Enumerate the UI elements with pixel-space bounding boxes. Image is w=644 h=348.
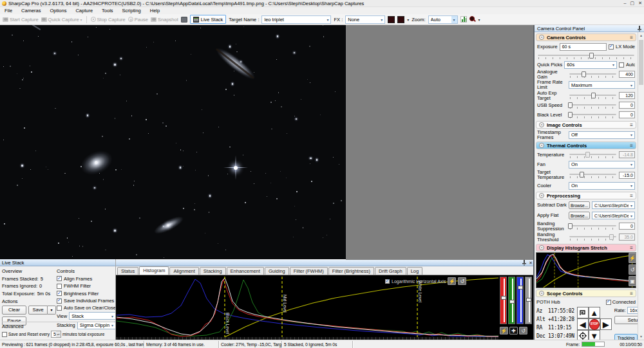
display-icon[interactable] xyxy=(181,17,187,23)
lx-mode-checkbox[interactable] xyxy=(609,44,614,50)
tab-enhancement[interactable]: Enhancement xyxy=(227,267,264,275)
mid-level-line-label[interactable]: Mid Level xyxy=(283,295,287,313)
green-level-slider[interactable] xyxy=(508,277,515,324)
exposure-slider[interactable] xyxy=(537,52,635,60)
subtract-dark-path-dropdown[interactable]: C:\Users\Steph\Desktop\S... xyxy=(592,201,635,209)
fx-combo[interactable]: None xyxy=(345,15,385,24)
live-stack-button[interactable]: Live Stack xyxy=(190,15,227,24)
log-axis-checkbox[interactable] xyxy=(385,279,390,284)
slew-right-button[interactable]: ▶ xyxy=(600,318,612,330)
align-frames-checkbox[interactable] xyxy=(57,276,62,281)
stop-slew-button[interactable]: STOP xyxy=(589,318,600,330)
banding-suppression-value[interactable]: 0 xyxy=(619,223,635,230)
section-preprocessing[interactable]: Preprocessing xyxy=(536,192,636,199)
usb-speed-slider[interactable] xyxy=(569,102,617,109)
menu-cameras[interactable]: Cameras xyxy=(17,7,45,14)
rate-dropdown[interactable]: 16x xyxy=(627,307,638,314)
menu-options[interactable]: Options xyxy=(46,7,71,14)
clear-button[interactable]: Clear xyxy=(2,306,26,315)
menu-help[interactable]: Help xyxy=(146,7,164,14)
tab-alignment[interactable]: Alignment xyxy=(169,267,198,275)
menu-icon[interactable] xyxy=(630,245,633,251)
tab-stacking[interactable]: Stacking xyxy=(200,267,226,275)
cooler-dropdown[interactable]: On xyxy=(569,182,635,190)
grey-level-slider[interactable] xyxy=(525,277,532,324)
histogram-icon[interactable] xyxy=(460,16,467,23)
blue-level-slider[interactable] xyxy=(516,277,524,324)
minimize-icon[interactable]: – xyxy=(624,1,627,6)
colour-swatch-1[interactable] xyxy=(388,16,395,23)
auto-save-checkbox[interactable] xyxy=(57,306,62,311)
section-scope-controls[interactable]: Scope Controls xyxy=(536,289,636,297)
target-temperature-slider[interactable] xyxy=(569,171,617,179)
save-button[interactable]: Save xyxy=(28,306,48,315)
slew-down-button[interactable]: ▼ xyxy=(589,330,600,340)
quick-picks-dropdown[interactable]: 60s xyxy=(564,61,617,69)
apply-flat-browse-button[interactable]: Browse... xyxy=(569,212,590,219)
zoom-combo[interactable]: Auto xyxy=(428,15,458,24)
usb-speed-value[interactable]: 0 xyxy=(619,102,635,109)
center-target-button[interactable] xyxy=(577,330,589,340)
scope-setup-button[interactable]: Setup xyxy=(614,316,638,324)
live-view-image[interactable] xyxy=(0,25,346,259)
auto-stretch-icon[interactable]: ⚡ xyxy=(448,277,456,285)
tab-drift-graph[interactable]: Drift Graph xyxy=(375,267,406,275)
menu-tools[interactable]: Tools xyxy=(97,7,118,14)
reset-stretch-icon[interactable]: ↺ xyxy=(629,264,636,275)
frame-rate-limit-dropdown[interactable]: Maximum xyxy=(569,81,635,89)
pin-icon[interactable] xyxy=(522,260,526,266)
auto-exp-target-slider[interactable] xyxy=(569,92,617,100)
scope-connected-checkbox[interactable] xyxy=(606,300,611,305)
analogue-gain-slider[interactable] xyxy=(569,71,617,78)
menu-icon[interactable] xyxy=(630,122,633,128)
save-reset-minutes-stepper[interactable]: 5 xyxy=(51,331,61,338)
apply-levels-icon[interactable]: ✚ xyxy=(509,327,518,334)
timestamp-frames-dropdown[interactable]: Off xyxy=(569,131,635,139)
auto-exposure-checkbox[interactable] xyxy=(619,62,624,68)
section-display-histogram-stretch[interactable]: Display Histogram Stretch xyxy=(536,244,636,252)
auto-exp-target-value[interactable]: 120 xyxy=(619,92,635,99)
spiral-search-button[interactable] xyxy=(577,307,589,318)
camera-panel-scrollbar[interactable]: ▲ ▼ xyxy=(638,32,644,340)
auto-stretch-icon[interactable]: ⚡ xyxy=(629,253,636,263)
target-temperature-value[interactable]: -15.0 xyxy=(619,172,635,179)
red-level-slider[interactable] xyxy=(500,277,507,324)
save-dropdown-button[interactable]: ▾ xyxy=(48,306,56,315)
scroll-down-icon[interactable]: ▼ xyxy=(638,334,644,338)
tab-log[interactable]: Log xyxy=(407,267,423,275)
banding-suppression-slider[interactable] xyxy=(569,223,617,230)
chevron-down-icon[interactable]: ▾ xyxy=(478,17,480,22)
scroll-up-icon[interactable]: ▲ xyxy=(638,33,644,37)
section-thermal-controls[interactable]: Thermal Controls xyxy=(536,142,636,149)
auto-stretch-icon[interactable]: ⚡ xyxy=(500,327,508,334)
menu-icon[interactable] xyxy=(630,143,633,149)
maximize-icon[interactable]: ▢ xyxy=(630,1,635,6)
reset-stretch-icon[interactable]: ↺ xyxy=(458,277,466,285)
target-name-combo[interactable]: leo triplet xyxy=(261,15,331,24)
menu-icon[interactable] xyxy=(630,291,633,297)
close-icon[interactable]: ✕ xyxy=(638,1,642,6)
tab-filter-brightness[interactable]: Filter (Brightness) xyxy=(328,267,374,275)
pin-icon[interactable] xyxy=(637,26,641,32)
save-stretch-icon[interactable]: ▣ xyxy=(629,276,636,286)
slew-left-button[interactable]: ◀ xyxy=(577,318,589,330)
tab-histogram[interactable]: Histogram xyxy=(139,266,169,275)
analogue-gain-value[interactable]: 400 xyxy=(619,71,635,78)
subtract-dark-browse-button[interactable]: Browse... xyxy=(569,201,590,209)
section-camera-controls[interactable]: Camera Controls xyxy=(536,33,636,41)
magnifier-icon[interactable] xyxy=(469,16,476,23)
black-level-line-label[interactable]: Black Level xyxy=(225,313,230,334)
tab-status[interactable]: Status xyxy=(117,267,138,275)
menu-capture[interactable]: Capture xyxy=(71,7,97,14)
tracking-button[interactable]: Tracking xyxy=(614,334,638,340)
fan-dropdown[interactable]: On xyxy=(569,161,635,169)
tab-guiding[interactable]: Guiding xyxy=(265,267,289,275)
black-level-slider[interactable] xyxy=(569,111,617,119)
slew-up-button[interactable]: ▲ xyxy=(589,307,600,318)
section-image-controls[interactable]: Image Controls xyxy=(536,121,636,129)
colour-swatch-2[interactable] xyxy=(397,16,404,23)
fwhm-filter-checkbox[interactable] xyxy=(57,284,62,289)
save-reset-checkbox[interactable] xyxy=(2,332,7,337)
menu-file[interactable]: File xyxy=(0,7,17,14)
exposure-input[interactable]: 60 s xyxy=(560,43,607,51)
